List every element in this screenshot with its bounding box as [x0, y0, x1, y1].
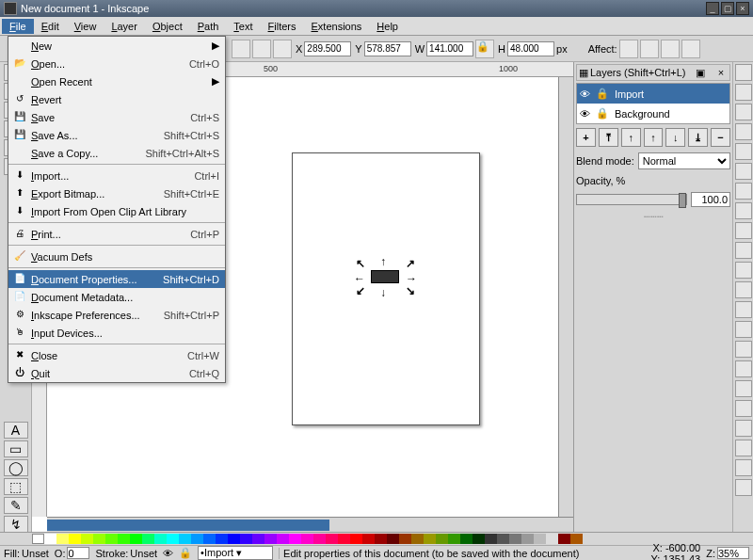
maximize-button[interactable]: ▢ [721, 2, 734, 15]
layer-btn-2[interactable]: ↑ [621, 128, 641, 147]
cmd-21[interactable] [735, 479, 752, 496]
lock-icon[interactable]: 🔒 [596, 88, 609, 100]
tool-b1[interactable]: ▭ [4, 440, 28, 457]
menu-item-document-metadata[interactable]: 📄Document Metadata... [8, 288, 225, 306]
cmd-8[interactable] [735, 222, 752, 239]
layers-undock-icon[interactable]: ▣ [694, 67, 707, 79]
cmd-18[interactable] [735, 420, 752, 437]
cmd-11[interactable] [735, 281, 752, 298]
cmd-4[interactable] [735, 143, 752, 160]
w-input[interactable] [426, 41, 473, 56]
stroke-value[interactable]: Unset [130, 548, 157, 559]
swatch[interactable] [130, 534, 142, 544]
swatch[interactable] [44, 534, 56, 544]
menu-item-inkscape-preferences[interactable]: ⚙Inkscape Preferences...Shift+Ctrl+P [8, 306, 225, 324]
minimize-button[interactable]: _ [706, 2, 719, 15]
blend-select[interactable]: Normal [638, 152, 730, 169]
cmd-3[interactable] [735, 123, 752, 140]
menu-item-import[interactable]: ⬇Import...Ctrl+I [8, 167, 225, 184]
menu-item-import-from-open-clip-art-library[interactable]: ⬇Import From Open Clip Art Library [8, 202, 225, 220]
cmd-0[interactable] [735, 64, 752, 81]
swatch[interactable] [240, 534, 252, 544]
menu-item-export-bitmap[interactable]: ⬆Export Bitmap...Shift+Ctrl+E [8, 184, 225, 202]
swatch[interactable] [252, 534, 264, 544]
swatch[interactable] [460, 534, 473, 544]
menu-object[interactable]: Object [145, 19, 190, 34]
menu-text[interactable]: Text [226, 19, 260, 34]
layers-close-icon[interactable]: × [714, 67, 728, 78]
layer-combo[interactable]: •Import ▾ [198, 546, 273, 560]
swatch[interactable] [69, 534, 81, 544]
menu-path[interactable]: Path [190, 19, 227, 34]
menu-item-vacuum-defs[interactable]: 🧹Vacuum Defs [8, 248, 225, 265]
swatch[interactable] [228, 534, 240, 544]
swatch[interactable] [411, 534, 424, 544]
tool-opt-3[interactable] [273, 40, 292, 58]
swatch[interactable] [485, 534, 497, 544]
swatch[interactable] [338, 534, 350, 544]
swatch[interactable] [105, 534, 118, 544]
swatch[interactable] [142, 534, 154, 544]
swatch[interactable] [509, 534, 521, 544]
eye-icon[interactable]: 👁 [580, 88, 590, 100]
layer-row-import[interactable]: 👁🔒Import [577, 84, 729, 104]
menu-help[interactable]: Help [369, 19, 406, 34]
lock-icon[interactable]: 🔒 [596, 107, 609, 120]
menu-item-open[interactable]: 📂Open...Ctrl+O [8, 55, 225, 72]
layer-row-background[interactable]: 👁🔒Background [577, 104, 729, 123]
swatch[interactable] [399, 534, 411, 544]
menu-item-save[interactable]: 💾SaveCtrl+S [8, 108, 225, 126]
layer-btn-5[interactable]: ⤓ [688, 128, 708, 147]
cmd-2[interactable] [735, 104, 752, 120]
menu-item-input-devices[interactable]: 🖱Input Devices... [8, 324, 225, 342]
layer-btn-4[interactable]: ↓ [665, 128, 685, 147]
swatch[interactable] [546, 534, 558, 544]
affect-1[interactable] [619, 40, 638, 58]
cmd-12[interactable] [735, 301, 752, 318]
swatch[interactable] [436, 534, 448, 544]
o-input[interactable] [67, 547, 89, 559]
scrollbar-horizontal[interactable] [47, 517, 573, 532]
swatch[interactable] [558, 534, 570, 544]
cmd-7[interactable] [735, 202, 752, 219]
selected-object[interactable]: ↖↑↗ ←→ ↙↓↘ [360, 261, 411, 294]
menu-edit[interactable]: Edit [34, 19, 67, 34]
cmd-5[interactable] [735, 163, 752, 180]
swatch[interactable] [191, 534, 203, 544]
swatch[interactable] [326, 534, 338, 544]
menu-view[interactable]: View [67, 19, 104, 34]
swatch[interactable] [375, 534, 387, 544]
tool-b2[interactable]: ◯ [4, 459, 28, 476]
menu-item-new[interactable]: New▶ [8, 37, 225, 55]
swatch[interactable] [473, 534, 485, 544]
menu-item-close[interactable]: ✖CloseCtrl+W [8, 346, 225, 364]
affect-2[interactable] [640, 40, 659, 58]
lock-button[interactable]: 🔒 [475, 40, 494, 58]
layer-btn-1[interactable]: ⤒ [599, 128, 618, 147]
tool-opt-2[interactable] [252, 40, 271, 58]
swatch[interactable] [313, 534, 326, 544]
lock-icon[interactable]: 🔒 [179, 547, 192, 559]
tool-b3[interactable]: ⬚ [4, 478, 28, 495]
y-input[interactable] [364, 41, 411, 56]
layer-btn-6[interactable]: − [711, 128, 730, 147]
cmd-15[interactable] [735, 360, 752, 377]
eye-icon[interactable]: 👁 [163, 548, 173, 559]
swatch[interactable] [362, 534, 375, 544]
swatch[interactable] [570, 534, 583, 544]
menu-item-quit[interactable]: ⏻QuitCtrl+Q [8, 364, 225, 382]
menu-filters[interactable]: Filters [261, 19, 304, 34]
swatch-none[interactable] [32, 534, 44, 544]
swatch[interactable] [56, 534, 69, 544]
swatch[interactable] [154, 534, 167, 544]
eye-icon[interactable]: 👁 [580, 108, 590, 120]
menu-item-revert[interactable]: ↺Revert [8, 90, 225, 108]
swatch[interactable] [93, 534, 105, 544]
swatch[interactable] [216, 534, 228, 544]
menu-file[interactable]: File [2, 19, 34, 34]
swatch[interactable] [521, 534, 534, 544]
tool-b5[interactable]: ↯ [4, 516, 28, 533]
swatch[interactable] [534, 534, 546, 544]
tool-opt-1[interactable] [232, 40, 250, 58]
zoom-input[interactable] [717, 547, 749, 559]
